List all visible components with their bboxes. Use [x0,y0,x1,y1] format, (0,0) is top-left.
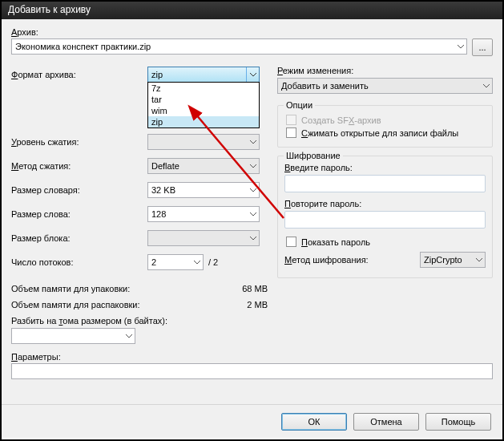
sfx-checkbox [286,115,296,125]
word-label: Размер слова: [11,209,147,219]
threads-total: / 2 [208,257,218,267]
chevron-down-icon [472,253,485,267]
format-label: Формат архива: [11,70,147,79]
chevron-down-icon [246,183,259,197]
mode-combo[interactable]: Добавить и заменить [277,78,493,94]
password-repeat-input[interactable] [284,211,486,229]
format-option[interactable]: tar [148,94,259,105]
threads-combo[interactable]: 2 [147,254,204,270]
cancel-button[interactable]: Отмена [353,413,419,431]
threads-label: Число потоков: [11,257,147,267]
title-bar: Добавить к архиву [2,2,502,19]
level-label: Уровень сжатия: [11,137,147,147]
mem-unpack-label: Объем памяти для распаковки: [11,300,220,310]
format-dropdown-list[interactable]: 7z tar wim zip [147,82,260,128]
chevron-down-icon [190,255,203,269]
password-input[interactable] [284,175,486,192]
enc-method-label: Метод шифрования: [284,255,413,265]
sfx-label: Создать SFX-архив [301,115,381,125]
dialog-footer: ОК Отмена Помощь [2,404,502,438]
show-password-checkbox[interactable] [286,237,296,247]
block-combo[interactable] [147,230,260,246]
password-repeat-label: Повторите пароль: [284,199,486,208]
archive-label: Архив: [11,27,493,37]
dict-label: Размер словаря: [11,185,147,195]
options-group: Опции Создать SFX-архив Сжимать открытые… [277,105,493,148]
shared-label: Сжимать открытые для записи файлы [301,128,458,138]
shared-checkbox[interactable] [286,127,296,138]
params-label: Параметры: [11,352,493,362]
dialog-body: Архив: Экономика конспект практики.zip .… [2,19,502,404]
mem-pack-value: 68 MB [220,284,268,293]
encryption-group: Шифрование Введите пароль: Повторите пар… [277,156,493,278]
mem-unpack-value: 2 MB [220,300,268,310]
left-column: Формат архива: zip 7z tar wim zip [11,66,268,344]
format-option[interactable]: wim [148,105,259,116]
dict-combo[interactable]: 32 KB [147,182,260,198]
format-combo[interactable]: zip [147,67,260,83]
password-label: Введите пароль: [284,163,486,172]
split-combo[interactable] [11,328,135,344]
chevron-down-icon [246,135,259,149]
archive-name-combo[interactable]: Экономика конспект практики.zip [11,38,467,55]
chevron-down-icon [246,159,259,173]
word-combo[interactable]: 128 [147,206,260,222]
chevron-down-icon [246,231,259,245]
archive-name-value: Экономика конспект практики.zip [15,42,151,51]
chevron-down-icon [246,207,259,221]
mem-pack-label: Объем памяти для упаковки: [11,284,220,293]
show-password-label: Показать пароль [301,237,370,247]
format-option[interactable]: zip [148,116,259,127]
chevron-down-icon [122,329,135,343]
block-label: Размер блока: [11,233,147,243]
chevron-down-icon [479,79,492,93]
chevron-down-icon [454,39,466,54]
options-legend: Опции [284,100,315,110]
help-button[interactable]: Помощь [425,413,491,431]
format-value: zip [151,70,163,79]
params-input[interactable] [11,363,493,379]
browse-button[interactable]: ... [472,38,493,56]
level-combo[interactable] [147,134,260,150]
split-label: Разбить на тома размером (в байтах): [11,316,268,326]
window-title: Добавить к архиву [8,4,91,15]
method-label: Метод сжатия: [11,161,147,171]
encryption-legend: Шифрование [284,151,343,160]
enc-method-combo[interactable]: ZipCrypto [420,252,486,268]
ok-button[interactable]: ОК [281,413,347,431]
mode-label: Режим изменения: [277,66,493,75]
right-column: Режим изменения: Добавить и заменить Опц… [277,66,493,344]
method-combo[interactable]: Deflate [147,158,260,174]
format-option[interactable]: 7z [148,83,259,94]
chevron-down-icon [246,67,259,82]
